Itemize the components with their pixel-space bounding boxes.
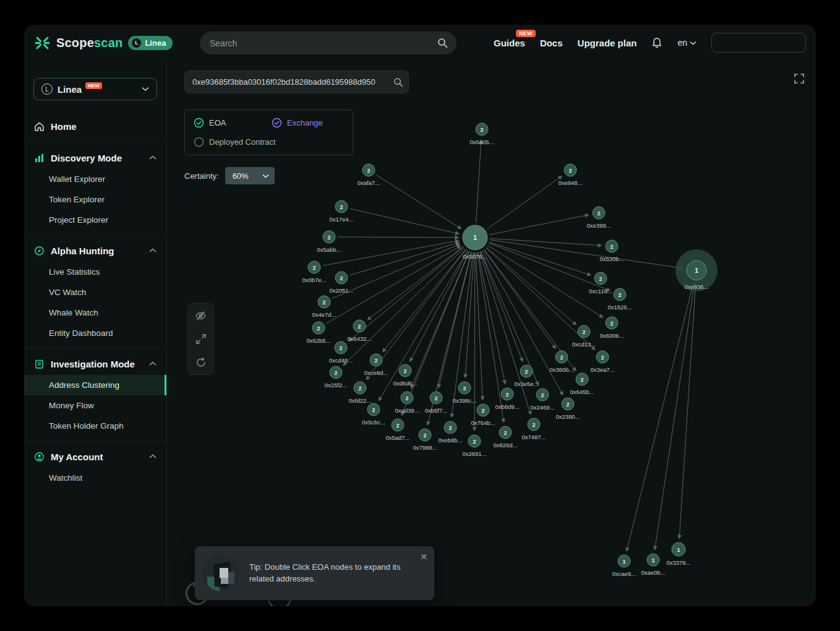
graph-node-0xe399[interactable]: 20xe399... [586, 207, 611, 229]
graph-node-0x5076[interactable]: 10x5076... [463, 225, 487, 260]
legend-deployed-contract[interactable]: Deployed Contract [194, 137, 344, 147]
graph-node-0xad39[interactable]: 20xad39... [395, 392, 419, 414]
divider [24, 234, 166, 235]
graph-node-0x2469[interactable]: 20x2469... [530, 388, 554, 411]
svg-text:2: 2 [423, 432, 426, 439]
graph-node-0x826d[interactable]: 20x826d... [493, 426, 517, 449]
graph-node-0xe948[interactable]: 20xe948... [558, 164, 582, 186]
legend-eoa[interactable]: EOA [194, 118, 272, 128]
svg-text:2: 2 [339, 345, 342, 351]
certainty-control: Certainty: 60% [184, 167, 275, 184]
graph-node-0xd6d6[interactable]: 20xd6d6... [393, 364, 417, 387]
graph-node-0x17e4[interactable]: 20x17e4... [329, 200, 353, 223]
graph-node-label: 0x25f2... [325, 382, 347, 388]
graph-node-0x5ad7[interactable]: 20x5ad7... [385, 419, 409, 441]
graph-node-0x645b[interactable]: 20x645b... [570, 373, 594, 395]
graph-node-0x6432[interactable]: 20x6432... [347, 320, 371, 342]
sidebar-item-money-flow[interactable]: Money Flow [24, 395, 166, 416]
search-icon[interactable] [393, 77, 403, 87]
sidebar-item-watchlist[interactable]: Watchlist [24, 468, 166, 488]
sidebar: L Linea NEW Home [24, 61, 167, 606]
graph-node-0xeb8b[interactable]: 20xeb8b... [438, 421, 462, 444]
graph-node-0x3379[interactable]: 10x3379... [666, 543, 690, 566]
search-icon[interactable] [437, 38, 448, 48]
hide-labels-eye-off-icon[interactable] [188, 304, 213, 327]
sidebar-item-address-clustering[interactable]: Address Clustering [24, 375, 166, 395]
graph-node-label: 0xc116... [589, 288, 612, 294]
graph-node-0x7487[interactable]: 20x7487... [521, 418, 546, 440]
wallet-connect-button[interactable] [711, 33, 806, 53]
new-badge: NEW [85, 82, 102, 89]
close-icon[interactable]: ✕ [420, 552, 427, 562]
graph-node-0xae0b[interactable]: 10xae0b... [641, 554, 665, 576]
sidebar-item-home[interactable]: Home [24, 115, 166, 137]
graph-node-0xcd48[interactable]: 20xcd48... [329, 341, 353, 364]
graph-node-0xcae8[interactable]: 10xcae8... [612, 555, 636, 577]
certainty-select[interactable]: 60% [225, 167, 275, 184]
graph-node-0x2390[interactable]: 20x2390... [555, 398, 580, 420]
graph-node-0x3ea7[interactable]: 20x3ea7... [590, 351, 614, 373]
clipboard-icon [34, 359, 45, 369]
graph-node-0xb5f7[interactable]: 20xb5f7... [425, 392, 447, 414]
graph-node-label: 0x6006... [599, 332, 624, 339]
svg-text:2: 2 [582, 329, 585, 335]
sidebar-item-entity-dashboard[interactable]: Entity Dashboard [24, 323, 166, 343]
svg-text:2: 2 [374, 358, 377, 364]
fit-view-expand-icon[interactable] [188, 327, 213, 351]
graph-node-0x4e7d[interactable]: 20x4e7d... [312, 296, 336, 318]
graph-node-0xe936[interactable]: 10xe936... [675, 249, 718, 291]
chain-selector[interactable]: L Linea NEW [33, 78, 157, 100]
sidebar-section-investigation-mode[interactable]: Investigation Mode [24, 353, 166, 375]
refresh-icon[interactable] [188, 351, 213, 374]
graph-node-0x0b7e[interactable]: 20x0b7e... [302, 261, 326, 283]
graph-node-0x6006[interactable]: 20x6006... [599, 317, 624, 339]
graph-node-0xcd13[interactable]: 20xcd13... [572, 325, 596, 348]
svg-text:2: 2 [566, 401, 569, 408]
graph-node-0x5cbc[interactable]: 20x5cbc... [362, 403, 385, 426]
graph-node-0xce8d[interactable]: 20xce8d... [364, 354, 388, 376]
graph-node-0xc116[interactable]: 20xc116... [589, 272, 612, 294]
graph-node-label: 0x398c... [453, 397, 477, 404]
global-search-input[interactable] [210, 38, 437, 48]
nav-upgrade-plan[interactable]: Upgrade plan [578, 38, 637, 48]
graph-node-label: 0x2051... [329, 287, 353, 294]
chevron-up-icon [149, 361, 156, 366]
graph-node-0x3e5e[interactable]: 20x3e5e... [514, 365, 538, 387]
sidebar-item-project-explorer[interactable]: Project Explorer [24, 210, 166, 230]
topbar: Scopescan L Linea Guides NEW Docs Upgrad… [24, 25, 816, 61]
graph-node-label: 0x7487... [521, 434, 546, 440]
sidebar-item-live-statistics[interactable]: Live Statistics [24, 262, 166, 282]
fullscreen-icon[interactable] [794, 73, 805, 84]
nav-guides[interactable]: Guides NEW [494, 38, 525, 48]
address-search-input[interactable] [192, 77, 393, 87]
graph-node-0x2691[interactable]: 20x2691... [462, 435, 486, 457]
graph-node-0x5abb[interactable]: 20x5abb... [317, 231, 341, 253]
tip-text: Tip: Double Click EOA nodes to expand it… [249, 562, 408, 585]
check-circle-icon [272, 118, 282, 128]
graph-node-0xfd22[interactable]: 20xfd22... [349, 382, 371, 404]
sidebar-item-vc-watch[interactable]: VC Watch [24, 282, 166, 303]
brand-name: Scopescan [56, 36, 122, 50]
graph-node-0x5a05[interactable]: 20x5a05... [469, 123, 494, 145]
graph-node-0x360b[interactable]: 20x360b... [549, 351, 573, 373]
sidebar-item-whale-watch[interactable]: Whale Watch [24, 303, 166, 323]
nav-docs[interactable]: Docs [540, 38, 563, 48]
graph-node-0x62b5[interactable]: 20x62b5... [306, 322, 330, 344]
sidebar-section-my-account[interactable]: My Account [24, 445, 166, 468]
sidebar-item-token-explorer[interactable]: Token Explorer [24, 189, 166, 210]
sidebar-item-token-holder-graph[interactable]: Token Holder Graph [24, 416, 166, 436]
notifications-bell-icon[interactable] [651, 37, 662, 49]
sidebar-item-wallet-explorer[interactable]: Wallet Explorer [24, 169, 166, 189]
graph-node-0x398c[interactable]: 20x398c... [453, 382, 477, 404]
svg-text:2: 2 [568, 168, 572, 174]
language-selector[interactable]: en [677, 38, 696, 48]
divider [24, 142, 166, 142]
sidebar-section-discovery-mode[interactable]: Discovery Mode [24, 147, 166, 169]
graph-node-0x25f2[interactable]: 20x25f2... [325, 366, 347, 388]
svg-text:2: 2 [504, 430, 507, 436]
legend-exchange[interactable]: Exchange [272, 118, 323, 128]
graph-node-label: 0x5ad7... [385, 434, 409, 441]
graph-node-0x7988[interactable]: 20x7988... [413, 429, 437, 451]
graph-node-0x530b[interactable]: 20x530b... [599, 240, 624, 262]
sidebar-section-alpha-hunting[interactable]: Alpha Hunting [24, 239, 166, 262]
